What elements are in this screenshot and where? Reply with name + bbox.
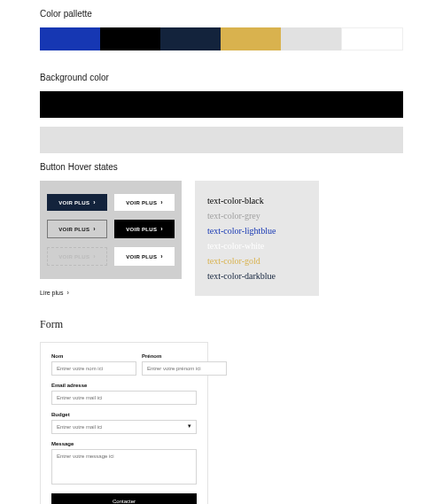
prenom-input[interactable] (142, 361, 227, 376)
swatch-white (341, 27, 403, 50)
chevron-right-icon: › (160, 226, 163, 232)
btn-darkblue[interactable]: VOIR PLUS › (47, 194, 107, 211)
bg-black (40, 91, 403, 118)
chevron-right-icon: › (160, 253, 163, 260)
btn-label: VOIR PLUS (58, 227, 89, 232)
button-grid: VOIR PLUS › VOIR PLUS › VOIR PLUS › VOIR… (47, 194, 175, 266)
btn-label: VOIR PLUS (58, 254, 89, 260)
btn-white-2[interactable]: VOIR PLUS › (114, 247, 175, 266)
submit-button[interactable]: Contacter (51, 493, 197, 504)
btn-black[interactable]: VOIR PLUS › (114, 220, 175, 238)
text-color-panel: text-color-black text-color-grey text-co… (195, 181, 319, 296)
swatch-darkblue (160, 27, 221, 50)
chevron-right-icon: › (66, 290, 68, 296)
button-column: VOIR PLUS › VOIR PLUS › VOIR PLUS › VOIR… (40, 181, 182, 296)
btn-white[interactable]: VOIR PLUS › (114, 194, 175, 211)
btn-disabled[interactable]: VOIR PLUS › (47, 247, 107, 266)
prenom-label: Prénom (142, 353, 227, 359)
swatch-gold (221, 27, 281, 50)
swatch-black (100, 27, 160, 50)
text-color-gold: text-color-gold (207, 253, 307, 268)
palette-title: Color pallette (40, 9, 403, 19)
swatch-lightgrey (281, 27, 341, 50)
palette-row (40, 27, 403, 50)
message-textarea[interactable] (51, 449, 197, 485)
email-label: Email adresse (51, 383, 197, 388)
text-color-grey: text-color-grey (207, 208, 307, 223)
email-input[interactable] (51, 391, 197, 405)
text-color-darkblue: text-color-darkblue (207, 268, 307, 283)
btn-outline[interactable]: VOIR PLUS › (47, 220, 107, 238)
btn-label: VOIR PLUS (126, 200, 157, 205)
chevron-right-icon: › (93, 199, 96, 205)
btn-label: VOIR PLUS (58, 200, 89, 205)
nom-input[interactable] (51, 361, 136, 376)
chevron-right-icon: › (93, 253, 96, 260)
chevron-right-icon: › (160, 199, 163, 205)
text-color-lightblue: text-color-lightblue (207, 223, 307, 238)
chevron-right-icon: › (93, 226, 96, 232)
form-title: Form (40, 318, 403, 331)
button-panel: VOIR PLUS › VOIR PLUS › VOIR PLUS › VOIR… (40, 181, 182, 279)
hover-title: Button Hover states (40, 162, 403, 172)
budget-label: Budget (51, 412, 197, 417)
hover-area: VOIR PLUS › VOIR PLUS › VOIR PLUS › VOIR… (40, 181, 403, 296)
nom-label: Nom (51, 353, 136, 359)
read-more-link[interactable]: Lire plus › (40, 290, 182, 296)
text-color-black: text-color-black (207, 193, 307, 208)
bg-grey (40, 127, 403, 153)
form-card: Nom Prénom Email adresse Budget Message … (40, 342, 208, 504)
link-label: Lire plus (40, 290, 63, 296)
budget-select[interactable] (51, 420, 197, 434)
swatch-blue (40, 27, 100, 50)
text-color-white: text-color-white (207, 238, 307, 253)
btn-label: VOIR PLUS (126, 254, 157, 260)
btn-label: VOIR PLUS (126, 227, 157, 232)
background-title: Background color (40, 73, 403, 82)
message-label: Message (51, 441, 197, 446)
